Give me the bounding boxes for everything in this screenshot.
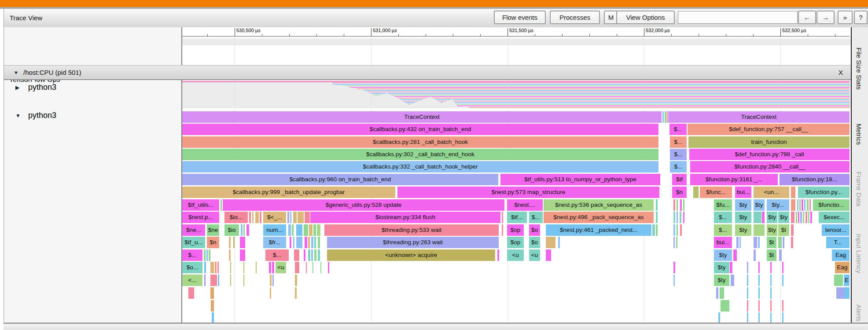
- flame-block[interactable]: $generic_utils.py:528 update: [223, 199, 504, 211]
- flame-block[interactable]: $exec...: [819, 212, 850, 223]
- flame-block[interactable]: [656, 161, 658, 172]
- flame-block[interactable]: $io: [224, 224, 239, 236]
- flame-block[interactable]: $function.py:18...: [780, 174, 850, 185]
- flame-block[interactable]: $function.py:2840 __call__: [690, 161, 850, 172]
- flame-block[interactable]: [779, 249, 782, 261]
- flame-block[interactable]: [318, 237, 320, 248]
- flame-block[interactable]: $tf_utils...: [182, 199, 219, 211]
- flame-block[interactable]: <u: [529, 249, 540, 261]
- flame-block[interactable]: $fr...: [263, 237, 286, 248]
- back-arrow-button[interactable]: ←: [798, 11, 816, 24]
- flame-block[interactable]: [796, 212, 797, 223]
- flame-block[interactable]: $n: [672, 187, 687, 198]
- flame-block[interactable]: $threading.py:533 wait: [324, 224, 499, 236]
- flame-block[interactable]: [502, 212, 503, 223]
- flame-block[interactable]: [677, 224, 678, 236]
- flame-block[interactable]: [304, 224, 308, 236]
- flame-block[interactable]: [210, 275, 217, 286]
- flame-block[interactable]: $t: [767, 237, 776, 248]
- flame-block[interactable]: $...: [714, 212, 732, 223]
- flame-block[interactable]: [782, 262, 783, 273]
- flame-block[interactable]: [293, 237, 294, 248]
- flame-block[interactable]: num...: [263, 224, 286, 236]
- flame-block[interactable]: <un...: [754, 187, 789, 198]
- flame-block[interactable]: [295, 287, 297, 299]
- flame-block[interactable]: [680, 212, 681, 223]
- flame-block[interactable]: [218, 275, 219, 286]
- flame-block[interactable]: $tf...: [507, 212, 527, 223]
- flame-block[interactable]: $functio...: [813, 199, 850, 211]
- flame-block[interactable]: [246, 224, 249, 236]
- flame-block[interactable]: [230, 262, 231, 273]
- flame-block[interactable]: [314, 237, 316, 248]
- flame-block[interactable]: bui...: [714, 237, 732, 248]
- flame-block[interactable]: $callbacks.py:281 _call_batch_hook: [182, 136, 658, 148]
- flame-block[interactable]: [778, 237, 782, 248]
- flame-block[interactable]: $...: [670, 149, 687, 160]
- flame-block[interactable]: [314, 249, 316, 261]
- flame-block[interactable]: [782, 275, 783, 286]
- flame-block[interactable]: [308, 237, 310, 248]
- flame-block[interactable]: E: [844, 275, 850, 286]
- flame-block[interactable]: [809, 199, 811, 211]
- flame-block[interactable]: [230, 275, 231, 286]
- flame-block[interactable]: [318, 249, 320, 261]
- thread-row-python3-collapsed[interactable]: ▶ python3: [4, 82, 171, 97]
- flame-block[interactable]: $fu...: [714, 199, 732, 211]
- flame-block[interactable]: [791, 212, 794, 223]
- flame-block[interactable]: [758, 312, 760, 323]
- flame-block[interactable]: $ty: [735, 224, 751, 236]
- flame-block[interactable]: [673, 237, 675, 248]
- flame-block[interactable]: [243, 275, 244, 286]
- flame-block[interactable]: [229, 249, 231, 261]
- flame-block[interactable]: $ty: [714, 275, 729, 286]
- flame-block[interactable]: [762, 212, 765, 223]
- flame-block[interactable]: $function.py:3161 _...: [690, 174, 778, 185]
- flame-block[interactable]: [797, 199, 798, 211]
- flame-block[interactable]: [210, 262, 214, 273]
- flame-block[interactable]: $nest.py:461 _packed_nest...: [546, 224, 651, 236]
- flame-block[interactable]: [802, 199, 803, 211]
- flame-block[interactable]: [656, 136, 658, 148]
- flame-block[interactable]: tensor...: [822, 224, 850, 236]
- flame-block[interactable]: [546, 249, 551, 261]
- flame-block[interactable]: [502, 224, 503, 236]
- flame-block[interactable]: [758, 275, 760, 286]
- flame-block[interactable]: [204, 275, 206, 286]
- flame-block[interactable]: $ne: [207, 224, 219, 236]
- flame-block[interactable]: [656, 224, 658, 236]
- flame-block[interactable]: $nest....: [507, 199, 543, 211]
- process-bar-host-cpu[interactable]: ▼ /host:CPU (pid 501) X: [4, 65, 851, 80]
- flame-block[interactable]: TraceContext: [182, 111, 662, 123]
- flame-block[interactable]: [758, 287, 760, 299]
- flame-block[interactable]: [791, 237, 793, 248]
- flame-block[interactable]: <...: [182, 275, 202, 286]
- flame-block[interactable]: [754, 249, 756, 261]
- flame-block[interactable]: [249, 212, 251, 223]
- flame-block[interactable]: [808, 212, 809, 223]
- flame-block[interactable]: [241, 224, 243, 236]
- flame-block[interactable]: [210, 287, 214, 299]
- flame-block[interactable]: [229, 237, 231, 248]
- flame-block[interactable]: Eag: [835, 262, 850, 273]
- flame-block[interactable]: [656, 199, 658, 211]
- flame-block[interactable]: $tf_u...: [182, 237, 205, 248]
- flame-block[interactable]: [693, 187, 699, 198]
- flame-block[interactable]: [791, 187, 795, 198]
- flame-block[interactable]: [747, 300, 748, 312]
- flame-block[interactable]: [209, 249, 210, 261]
- flame-block[interactable]: [747, 287, 748, 299]
- flame-block[interactable]: [747, 312, 748, 323]
- flame-block[interactable]: [295, 262, 299, 273]
- flame-block[interactable]: $callbacks.py:999 _batch_update_progbar: [182, 187, 395, 198]
- flame-block[interactable]: [798, 212, 799, 223]
- flame-block[interactable]: $nest.py:496 _pack_sequence_as: [544, 212, 654, 223]
- flame-block[interactable]: $ty: [778, 212, 789, 223]
- flame-block[interactable]: [770, 262, 772, 273]
- flame-block[interactable]: [311, 237, 313, 248]
- flame-block[interactable]: [270, 275, 272, 286]
- flame-block[interactable]: $ty: [767, 212, 777, 223]
- flame-block[interactable]: $...: [670, 136, 687, 148]
- flame-block[interactable]: [791, 224, 794, 236]
- flame-block[interactable]: [296, 237, 302, 248]
